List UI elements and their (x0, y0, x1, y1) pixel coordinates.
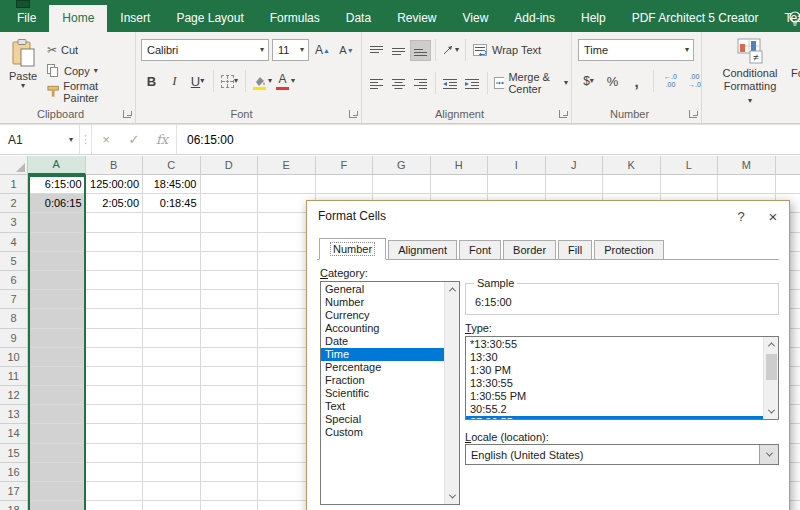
scroll-up-icon[interactable] (445, 282, 460, 297)
column-header-M[interactable]: M (718, 156, 776, 175)
decrease-indent-button[interactable] (440, 73, 461, 94)
cell-A5[interactable] (28, 252, 86, 271)
cell-G1[interactable] (373, 175, 431, 194)
cell-B9[interactable] (86, 329, 144, 348)
paste-button[interactable]: Paste ▾ (4, 38, 42, 110)
wrap-text-button[interactable]: Wrap Text (470, 43, 544, 57)
cell-C5[interactable] (143, 252, 201, 271)
cell-C1[interactable]: 18:45:00 (143, 175, 201, 194)
cell-B4[interactable] (86, 233, 144, 252)
borders-button[interactable]: ▾ (219, 71, 240, 92)
dialog-tab-border[interactable]: Border (503, 240, 556, 260)
format-painter-button[interactable]: Format Painter (44, 81, 135, 102)
tab-data[interactable]: Data (333, 5, 384, 32)
cell-A3[interactable] (28, 213, 86, 232)
category-item-general[interactable]: General (321, 283, 444, 296)
cell-L1[interactable] (661, 175, 719, 194)
cell-D17[interactable] (201, 482, 259, 501)
cell-C2[interactable]: 0:18:45 (143, 194, 201, 213)
cell-D9[interactable] (201, 329, 259, 348)
cell-H1[interactable] (431, 175, 489, 194)
cell-M1[interactable] (718, 175, 776, 194)
category-item-currency[interactable]: Currency (321, 309, 444, 322)
decrease-font-size-button[interactable]: A▼ (336, 40, 357, 61)
row-header-3[interactable]: 3 (0, 213, 28, 232)
cell-B7[interactable] (86, 290, 144, 309)
row-header-14[interactable]: 14 (0, 424, 28, 443)
cut-button[interactable]: ✂ Cut (44, 39, 135, 60)
font-size-combobox[interactable]: 11 ▾ (272, 39, 309, 61)
cell-A4[interactable] (28, 233, 86, 252)
cell-B6[interactable] (86, 271, 144, 290)
cell-A10[interactable] (28, 348, 86, 367)
cell-B5[interactable] (86, 252, 144, 271)
cell-B12[interactable] (86, 386, 144, 405)
alignment-dialog-launcher-icon[interactable] (559, 110, 567, 118)
cell-D1[interactable] (201, 175, 259, 194)
dialog-titlebar[interactable]: Format Cells ? × (307, 201, 789, 231)
category-item-special[interactable]: Special (321, 413, 444, 426)
row-header-6[interactable]: 6 (0, 271, 28, 290)
cell-B10[interactable] (86, 348, 144, 367)
cell-C4[interactable] (143, 233, 201, 252)
cell-C12[interactable] (143, 386, 201, 405)
cell-F1[interactable] (316, 175, 374, 194)
row-header-13[interactable]: 13 (0, 405, 28, 424)
column-header-B[interactable]: B (86, 156, 144, 175)
accounting-format-button[interactable]: $ ▾ (578, 71, 599, 92)
tab-page-layout[interactable]: Page Layout (163, 5, 256, 32)
cell-D7[interactable] (201, 290, 259, 309)
cell-D13[interactable] (201, 405, 259, 424)
category-item-text[interactable]: Text (321, 400, 444, 413)
column-header-F[interactable]: F (316, 156, 374, 175)
dialog-tab-alignment[interactable]: Alignment (388, 240, 457, 260)
number-format-combobox[interactable]: Time ▾ (578, 39, 694, 61)
tab-insert[interactable]: Insert (107, 5, 163, 32)
cell-D12[interactable] (201, 386, 259, 405)
formula-input[interactable]: 06:15:00 (177, 125, 800, 154)
tab-help[interactable]: Help (568, 5, 619, 32)
type-item-1-30-pm[interactable]: 1:30 PM (466, 364, 763, 377)
italic-button[interactable]: I (164, 71, 185, 92)
cell-D18[interactable] (201, 501, 259, 510)
cell-D11[interactable] (201, 367, 259, 386)
clipboard-dialog-launcher-icon[interactable] (123, 110, 131, 118)
tab-add-ins[interactable]: Add-ins (501, 5, 568, 32)
category-item-scientific[interactable]: Scientific (321, 387, 444, 400)
type-item-13-30[interactable]: 13:30 (466, 351, 763, 364)
paste-dropdown-arrow[interactable]: ▾ (4, 82, 42, 90)
tab-home[interactable]: Home (49, 5, 107, 32)
cell-A7[interactable] (28, 290, 86, 309)
cell-C9[interactable] (143, 329, 201, 348)
cell-C8[interactable] (143, 309, 201, 328)
name-box-dropdown-arrow[interactable]: ▾ (69, 136, 79, 144)
cell-C10[interactable] (143, 348, 201, 367)
formula-bar-grip[interactable]: ⋮ (80, 125, 92, 154)
cell-A18[interactable] (28, 501, 86, 510)
select-all-corner[interactable] (0, 156, 28, 175)
row-header-17[interactable]: 17 (0, 482, 28, 501)
scroll-up-icon[interactable] (764, 337, 779, 352)
dialog-tab-fill[interactable]: Fill (558, 240, 592, 260)
cell-A2[interactable]: 0:06:15 (28, 194, 86, 213)
cell-A15[interactable] (28, 444, 86, 463)
dialog-help-button[interactable]: ? (725, 201, 757, 231)
cell-A8[interactable] (28, 309, 86, 328)
merge-center-button[interactable]: Merge & Center ▾ (491, 70, 571, 96)
category-item-accounting[interactable]: Accounting (321, 322, 444, 335)
cell-A13[interactable] (28, 405, 86, 424)
align-top-button[interactable] (366, 40, 387, 61)
format-as-table-button[interactable]: Format Table (788, 38, 800, 80)
cell-D3[interactable] (201, 213, 259, 232)
cell-B2[interactable]: 2:05:00 (86, 194, 144, 213)
font-color-button[interactable]: A ▾ (274, 71, 295, 92)
cell-B13[interactable] (86, 405, 144, 424)
cell-C6[interactable] (143, 271, 201, 290)
cell-D4[interactable] (201, 233, 259, 252)
row-header-5[interactable]: 5 (0, 252, 28, 271)
row-header-12[interactable]: 12 (0, 386, 28, 405)
cell-C3[interactable] (143, 213, 201, 232)
cell-B18[interactable] (86, 501, 144, 510)
type-item-37-30-55[interactable]: 37:30:55 (466, 416, 763, 420)
scroll-down-icon[interactable] (445, 489, 460, 504)
